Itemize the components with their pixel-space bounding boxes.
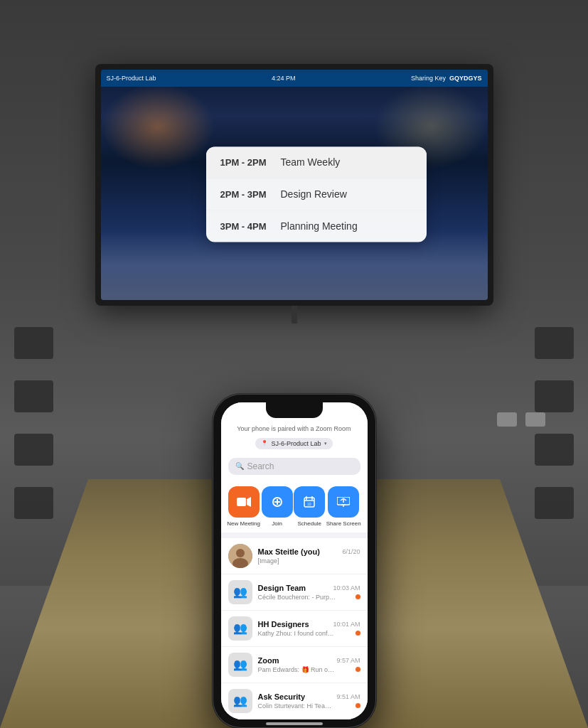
schedule-row-3: 3PM - 4PM Planning Meeting xyxy=(206,210,427,242)
chat-name-zoom: Zoom xyxy=(258,656,279,665)
unread-dot-design-team xyxy=(356,594,360,599)
chat-time-hh-designers: 10:01 AM xyxy=(333,621,360,628)
avatar-design-team: 👥 xyxy=(228,580,252,604)
chat-content-hh-designers: HH Designers 10:01 AM Kathy Zhou: I foun… xyxy=(258,620,360,637)
paired-text: Your phone is paired with a Zoom Room xyxy=(228,425,360,432)
tv-monitor: SJ-6-Product Lab 4:24 PM Sharing Key GQY… xyxy=(95,64,493,306)
group-icon: 👥 xyxy=(233,658,247,671)
chat-item-st[interactable]: 👥 ST 9:47 AM Yoshi Takebuchi: FYI, Natha… xyxy=(221,719,368,720)
wall-outlet-1 xyxy=(497,412,517,427)
chair xyxy=(535,487,574,519)
schedule-title-2: Design Review xyxy=(281,188,347,200)
schedule-time-3: 3PM - 4PM xyxy=(220,221,281,232)
group-icon: 👥 xyxy=(233,694,247,707)
chat-name-max: Max Steitle (you) xyxy=(258,547,320,556)
share-screen-icon xyxy=(328,486,359,518)
svg-marker-1 xyxy=(247,497,251,507)
home-indicator xyxy=(266,722,323,725)
schedule-label: Schedule xyxy=(297,520,321,527)
svg-text:10: 10 xyxy=(307,502,311,506)
group-icon: 👥 xyxy=(233,621,247,635)
chat-preview-max: [Image] xyxy=(258,557,279,564)
tv-sharing-key: Sharing Key GQYDGYS xyxy=(411,75,482,82)
phone-frame: Your phone is paired with a Zoom Room 📍 … xyxy=(213,394,376,728)
share-screen-label: Share Screen xyxy=(326,520,361,527)
chat-time-design-team: 10:03 AM xyxy=(333,584,360,592)
join-button[interactable]: Join xyxy=(262,486,293,527)
chat-time-max: 6/1/20 xyxy=(342,548,360,555)
room-pill[interactable]: 📍 SJ-6-Product Lab ▾ xyxy=(255,438,332,449)
tv-screen: SJ-6-Product Lab 4:24 PM Sharing Key GQY… xyxy=(101,70,488,300)
chat-content-zoom: Zoom 9:57 AM Pam Edwards: 🎁 Run out of t… xyxy=(258,656,360,673)
chair xyxy=(14,487,53,519)
chairs-left xyxy=(14,327,53,519)
chat-preview-design-team: Cécile Boucheron: - Purple project - QDR xyxy=(258,594,336,601)
tv-top-bar: SJ-6-Product Lab 4:24 PM Sharing Key GQY… xyxy=(101,70,488,87)
location-icon: 📍 xyxy=(261,440,268,446)
avatar-zoom: 👥 xyxy=(228,653,252,677)
chat-item-zoom[interactable]: 👥 Zoom 9:57 AM Pam Edwards: 🎁 Run out of… xyxy=(221,647,368,683)
unread-dot-hh-designers xyxy=(356,631,360,636)
schedule-time-2: 2PM - 3PM xyxy=(220,189,281,200)
schedule-button[interactable]: 10 Schedule xyxy=(294,486,325,527)
chat-name-design-team: Design Team xyxy=(258,584,306,592)
chevron-down-icon: ▾ xyxy=(324,441,327,446)
chat-name-hh-designers: HH Designers xyxy=(258,620,309,628)
chat-item-max[interactable]: Max Steitle (you) 6/1/20 [Image] xyxy=(221,538,368,574)
group-icon: 👥 xyxy=(233,585,247,599)
search-bar[interactable]: 🔍 Search xyxy=(228,458,360,475)
new-meeting-button[interactable]: New Meeting xyxy=(227,486,260,527)
city-lights-left xyxy=(101,84,215,169)
unread-dot-zoom xyxy=(356,667,360,672)
avatar-ask-security: 👥 xyxy=(228,689,252,713)
search-icon: 🔍 xyxy=(235,462,244,470)
join-icon xyxy=(262,486,293,518)
chat-preview-ask-security: Colin Sturtevant: Hi Team - I have a few… xyxy=(258,702,336,710)
tv-frame: SJ-6-Product Lab 4:24 PM Sharing Key GQY… xyxy=(95,64,493,306)
new-meeting-label: New Meeting xyxy=(227,520,260,527)
chat-list: Max Steitle (you) 6/1/20 [Image] 👥 xyxy=(221,538,368,720)
chat-name-ask-security: Ask Security xyxy=(258,692,306,701)
tv-stand xyxy=(292,306,297,323)
tv-room-name: SJ-6-Product Lab xyxy=(107,75,156,82)
schedule-row-2: 2PM - 3PM Design Review xyxy=(206,178,427,210)
join-label: Join xyxy=(272,520,282,527)
chat-content-design-team: Design Team 10:03 AM Cécile Boucheron: -… xyxy=(258,584,360,601)
avatar-hh-designers: 👥 xyxy=(228,616,252,641)
phone-device: Your phone is paired with a Zoom Room 📍 … xyxy=(213,394,376,728)
svg-point-17 xyxy=(236,549,245,557)
schedule-row-1: 1PM - 2PM Team Weekly xyxy=(206,146,427,178)
phone-notch xyxy=(266,402,323,418)
chat-time-ask-security: 9:51 AM xyxy=(336,693,360,700)
phone-screen: Your phone is paired with a Zoom Room 📍 … xyxy=(221,402,368,719)
chair xyxy=(14,327,53,359)
chair xyxy=(14,434,53,466)
schedule-icon: 10 xyxy=(294,486,325,518)
unread-dot-ask-security xyxy=(356,703,360,708)
room-pill-text: SJ-6-Product Lab xyxy=(271,440,321,447)
svg-rect-0 xyxy=(237,498,246,506)
schedule-title-1: Team Weekly xyxy=(281,156,341,168)
chat-content-max: Max Steitle (you) 6/1/20 [Image] xyxy=(258,547,360,564)
chat-preview-zoom: Pam Edwards: 🎁 Run out of things to... xyxy=(258,666,336,673)
schedule-time-1: 1PM - 2PM xyxy=(220,157,281,168)
share-screen-button[interactable]: Share Screen xyxy=(326,486,361,527)
action-buttons: New Meeting Join xyxy=(221,479,368,532)
chat-item-hh-designers[interactable]: 👥 HH Designers 10:01 AM Kathy Zhou: I fo… xyxy=(221,611,368,647)
chat-item-design-team[interactable]: 👥 Design Team 10:03 AM Cécile Boucheron:… xyxy=(221,574,368,611)
chair xyxy=(535,434,574,466)
chair xyxy=(14,380,53,412)
new-meeting-icon xyxy=(228,486,260,518)
schedule-title-3: Planning Meeting xyxy=(281,220,358,232)
chair xyxy=(535,327,574,359)
chat-item-ask-security[interactable]: 👥 Ask Security 9:51 AM Colin Sturtevant:… xyxy=(221,683,368,719)
chat-preview-hh-designers: Kathy Zhou: I found confetti on the kno.… xyxy=(258,630,336,637)
chat-time-zoom: 9:57 AM xyxy=(336,657,360,664)
chat-content-ask-security: Ask Security 9:51 AM Colin Sturtevant: H… xyxy=(258,692,360,710)
search-section: 🔍 Search xyxy=(221,454,368,479)
search-placeholder: Search xyxy=(247,461,274,471)
avatar-max xyxy=(228,544,252,568)
wall-outlet-2 xyxy=(525,412,545,427)
tv-time: 4:24 PM xyxy=(272,75,296,82)
chair xyxy=(535,380,574,412)
